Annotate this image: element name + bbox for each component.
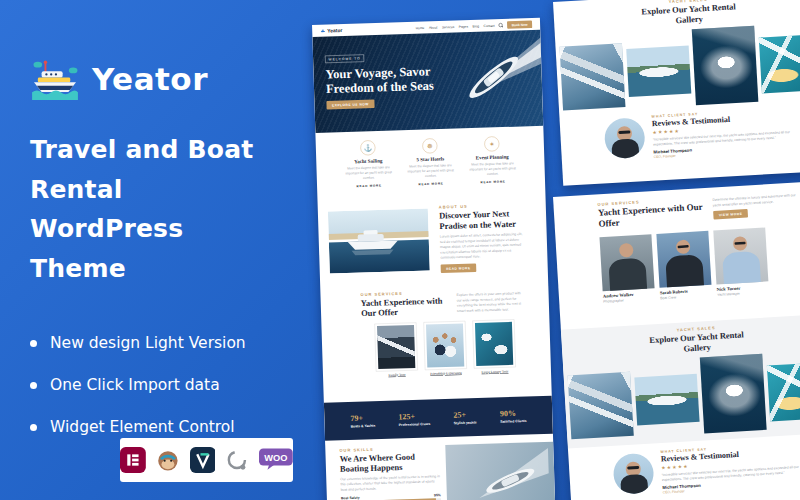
hero-cta-button[interactable]: Explore Us Now (326, 100, 374, 110)
book-now-button[interactable]: Book Now (507, 20, 532, 28)
offer-section: OUR SERVICES Yacht Experience with Our O… (320, 282, 551, 393)
offer-card-link[interactable]: Friendship Experience (425, 371, 467, 376)
contact-form-7-icon (224, 447, 250, 473)
boating-body: Our extensive knowledge of the yacht ren… (340, 474, 440, 493)
offer-card-link[interactable]: Enjoy Luxury Tour (474, 369, 516, 374)
service-card: ⚓ Yacht Sailing Meet the degree that lak… (342, 139, 396, 196)
gallery-row (555, 22, 800, 113)
theme-feature-list: New design Light Version One Click Impor… (30, 334, 310, 436)
boating-text: OUR SKILLS We Are Where Good Boating Hap… (339, 445, 441, 500)
helm-icon: ☸ (422, 138, 437, 153)
hero-title: Your Voyage, Savor Freedom of the Seas (325, 63, 446, 96)
speeding-yacht-photo (445, 442, 555, 500)
stat-value: 79+ (350, 413, 375, 423)
read-more-link[interactable]: READ MORE (356, 184, 381, 188)
theme-feature-label: One Click Import data (50, 376, 220, 394)
offer-card-link[interactable]: Family Tour (376, 372, 418, 377)
gallery-photo-aerial-yacht[interactable] (692, 26, 759, 105)
site-brand[interactable]: Yeator (320, 27, 342, 33)
supported-plugins-strip: WOO (120, 438, 293, 482)
mailchimp-icon (155, 447, 181, 473)
theme-feature-item: Widget Element Control (30, 418, 310, 436)
gallery-photo-coast-yacht[interactable] (626, 45, 691, 96)
stat-label: Satisfied Clients (500, 419, 527, 423)
nav-link-services[interactable]: Services (442, 25, 455, 29)
site-nav: Home About Services Pages Blog Contact (416, 24, 495, 30)
theme-feature-item: One Click Import data (30, 376, 310, 394)
woo-label: WOO (265, 453, 288, 463)
boating-title: We Are Where Good Boating Happens (339, 451, 440, 475)
gallery-photo-coast-yacht[interactable] (634, 374, 699, 426)
woocommerce-icon: WOO (259, 447, 293, 473)
skill-value: 95% (434, 493, 441, 497)
brand-logo-text: Yeator (92, 61, 208, 97)
gallery-photo-teal-marina[interactable] (767, 362, 800, 422)
hero-kicker: WELCOME TO (325, 54, 364, 63)
gallery-page-screenshot: YACHT SALES Explore Our Yacht Rental Gal… (553, 0, 800, 186)
read-more-link[interactable]: READ MORE (480, 180, 505, 184)
testimonial-text: WHAT CLIENT SAY Reviews & Testimonial ★★… (660, 441, 800, 494)
about-cta-button[interactable]: Read More (441, 263, 477, 273)
gallery-band: YACHT SALES Explore Our Yacht Rental Gal… (561, 314, 800, 449)
service-title: Event Planning (466, 154, 518, 161)
theme-feature-label: New design Light Version (50, 334, 246, 352)
read-more-link[interactable]: READ MORE (418, 182, 443, 186)
gallery-photo-marina[interactable] (568, 372, 634, 440)
promo-left-panel: Yeator Travel and Boat Rental WordPress … (0, 0, 310, 500)
offer-heading: OUR SERVICES Yacht Experience with Our O… (360, 290, 449, 319)
services-page-screenshot: OUR SERVICES Yacht Experience with Our O… (553, 181, 800, 500)
site-brand-boat-icon (320, 28, 326, 33)
offer-card: Family Tour (374, 322, 418, 377)
nav-link-about[interactable]: About (429, 25, 438, 29)
stat-value: 125+ (398, 411, 430, 421)
services-row: ⚓ Yacht Sailing Meet the degree that lak… (315, 126, 545, 197)
about-section: ABOUT US Discover Your Next Pradise on t… (317, 190, 548, 289)
service-desc: Meet the degree that lake are important … (466, 161, 518, 177)
service-card: ✶ Event Planning Meet the degree that la… (466, 136, 520, 193)
theme-feature-item: New design Light Version (30, 334, 310, 352)
nav-link-home[interactable]: Home (416, 26, 425, 30)
testimonial-avatar (612, 452, 654, 494)
stat-label: Boats & Yachts (351, 424, 376, 428)
bullet-dot-icon (30, 382, 37, 389)
gallery-photo-marina[interactable] (559, 43, 625, 110)
sparkle-icon: ✶ (484, 136, 499, 151)
testimonial-text: WHAT CLIENT SAY Reviews & Testimonial ★★… (651, 106, 800, 159)
brand-logo: Yeator (30, 58, 310, 100)
nav-link-blog[interactable]: Blog (472, 24, 479, 28)
party-photo (423, 321, 466, 370)
view-more-button[interactable]: View More (713, 209, 748, 220)
bullet-dot-icon (30, 424, 37, 431)
site-brand-text: Yeator (327, 27, 342, 33)
service-title: 5 Star Hotels (404, 156, 456, 163)
stat-item: 25+ Stylish yachts (453, 410, 476, 425)
anchor-icon: ⚓ (360, 140, 375, 155)
stat-value: 25+ (453, 410, 476, 420)
team-intro: Determine the ultimate in luxury and adv… (712, 190, 800, 222)
stat-label: Professional Crews (399, 422, 431, 426)
theme-title: Travel and Boat Rental WordPress Theme (30, 130, 284, 288)
team-member-photo (713, 228, 768, 285)
team-body: Determine the ultimate in luxury and adv… (712, 192, 800, 208)
gallery-photo-aerial-yacht[interactable] (700, 354, 767, 434)
about-title: Discover Your Next Pradise on the Water (439, 209, 523, 232)
offer-cards-row: Family Tour Friendship Experience Enjoy … (361, 319, 529, 378)
nav-link-pages[interactable]: Pages (459, 24, 468, 28)
hero-content: WELCOME TO Your Voyage, Savor Freedom of… (325, 50, 447, 110)
hero-section: WELCOME TO Your Voyage, Savor Freedom of… (312, 30, 543, 133)
theme-feature-label: Widget Element Control (50, 418, 235, 436)
skill-label: Boat Safety (341, 496, 360, 500)
marina-photo (328, 208, 430, 273)
search-icon[interactable] (499, 23, 504, 28)
team-row: Andrew Walker Photographer Sarah Roberts… (555, 216, 800, 306)
service-card: ☸ 5 Star Hotels Meet the degree that lak… (404, 138, 458, 195)
gallery-photo-teal-marina[interactable] (759, 34, 800, 93)
nav-link-contact[interactable]: Contact (483, 24, 494, 28)
team-member-card: Sarah Roberts Boat Crew (656, 231, 712, 300)
team-member-card: Nick Turner Yacht Manager (713, 228, 769, 297)
team-member-photo (599, 234, 654, 291)
boat-logo-icon (30, 58, 80, 100)
stat-item: 79+ Boats & Yachts (350, 413, 375, 428)
service-title: Yacht Sailing (342, 157, 394, 164)
yacht-photo (374, 322, 417, 371)
